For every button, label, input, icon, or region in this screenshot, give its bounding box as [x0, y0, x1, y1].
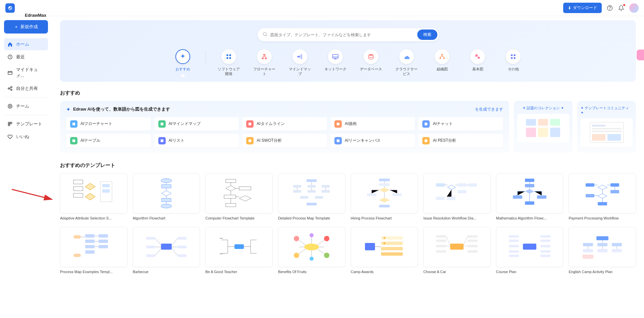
ai-item-5[interactable]: AIテーブル — [66, 134, 151, 147]
svg-point-8 — [8, 104, 12, 108]
svg-rect-40 — [72, 139, 75, 142]
template-card[interactable]: Detailed Process Map Template — [278, 173, 345, 220]
ai-item-3[interactable]: AI描画 — [330, 117, 415, 131]
sidebar-item-recent[interactable]: 最近 — [4, 51, 48, 63]
category-other[interactable]: その他 — [500, 49, 526, 71]
ai-item-label: AI PEST分析 — [433, 138, 456, 143]
ai-item-7[interactable]: AI SWOT分析 — [242, 134, 327, 147]
feedback-tab[interactable] — [637, 50, 644, 60]
template-card[interactable]: Hiring Process Flowchart — [351, 173, 418, 220]
category-network[interactable]: ネットワーク — [323, 49, 348, 71]
ai-generate-link[interactable]: を生成できます — [475, 107, 503, 112]
search-button[interactable]: 検索 — [417, 29, 437, 40]
template-name: Course Plan — [496, 270, 564, 274]
category-mindmap[interactable]: マインドマップ — [287, 49, 313, 76]
svg-rect-48 — [526, 128, 536, 137]
svg-rect-145 — [509, 235, 519, 238]
svg-rect-107 — [85, 250, 95, 254]
template-thumb — [351, 173, 418, 213]
template-card[interactable]: Computer Flowchart Template — [205, 173, 273, 220]
ai-item-1[interactable]: AIマインドマップ — [154, 117, 239, 131]
svg-rect-68 — [239, 187, 251, 190]
ai-item-icon — [158, 137, 166, 144]
svg-rect-77 — [322, 190, 330, 193]
ai-item-6[interactable]: AIリスト — [154, 134, 239, 147]
category-database[interactable]: データベース — [358, 49, 384, 71]
svg-rect-73 — [308, 185, 316, 188]
ai-item-label: AIリーンキャンバス — [345, 138, 381, 143]
sidebar-item-likes[interactable]: いいね — [4, 131, 48, 143]
sidebar-item-home[interactable]: ホーム — [4, 38, 48, 50]
svg-rect-95 — [537, 195, 546, 199]
community-card[interactable]: ✦ テンプレートコミュニティ ✦ — [577, 101, 636, 153]
sparkle-icon: ✦ — [66, 106, 70, 113]
svg-rect-112 — [146, 237, 155, 240]
category-org[interactable]: 組織図 — [429, 49, 455, 71]
template-card[interactable]: Mathematics Algorithm Flowc... — [496, 173, 564, 220]
ai-item-0[interactable]: AIフローチャート — [66, 117, 151, 131]
bell-icon[interactable] — [618, 5, 625, 11]
svg-rect-61 — [102, 184, 110, 187]
svg-rect-58 — [73, 187, 83, 191]
search-input[interactable] — [270, 33, 417, 37]
svg-rect-38 — [337, 123, 339, 125]
sidebar-item-shared[interactable]: 自分と共有 — [4, 82, 48, 94]
svg-rect-135 — [450, 244, 464, 250]
template-card[interactable]: Choose A Car — [423, 227, 491, 274]
svg-rect-76 — [308, 190, 316, 193]
svg-point-66 — [161, 204, 172, 208]
template-card[interactable]: texttextBe A Good Teacher — [205, 227, 273, 274]
template-thumb — [133, 227, 200, 267]
user-avatar[interactable] — [629, 3, 639, 13]
template-card[interactable]: Payment Processing Workflow — [569, 173, 636, 220]
svg-rect-79 — [315, 196, 323, 199]
svg-rect-9 — [8, 122, 10, 124]
logo[interactable]: ⎋ Wondershare EdrawMax — [5, 0, 54, 26]
section-title-templates: おすすめのテンプレート — [60, 162, 636, 169]
download-button[interactable]: ⬇ ダウンロード — [563, 3, 602, 13]
svg-rect-16 — [229, 57, 231, 59]
template-card[interactable]: Benefits Of Fruits — [278, 227, 345, 274]
svg-point-22 — [301, 56, 302, 57]
svg-rect-157 — [597, 243, 607, 246]
help-icon[interactable] — [606, 5, 613, 11]
category-software[interactable]: ソフトウェア開発 — [216, 49, 241, 76]
category-cloud[interactable]: クラウドサービス — [394, 49, 419, 76]
svg-rect-3 — [8, 71, 12, 74]
ai-item-label: AIフローチャート — [80, 121, 112, 127]
collection-card[interactable]: ✦ 話題のコレクション ✦ — [514, 101, 573, 153]
sidebar-item-team[interactable]: チーム — [4, 100, 48, 112]
template-card[interactable]: Barbecue — [133, 227, 200, 274]
ai-item-2[interactable]: AIタイムライン — [242, 117, 327, 131]
template-card[interactable]: Issue Resolution Workflow Dia... — [423, 173, 491, 220]
template-name: Barbecue — [133, 270, 200, 274]
svg-rect-85 — [379, 205, 390, 207]
template-thumb — [423, 173, 491, 213]
category-basic[interactable]: 基本図 — [465, 49, 490, 71]
svg-rect-140 — [468, 235, 478, 238]
template-card[interactable]: Process Map Examples Templ... — [60, 227, 127, 274]
ai-item-icon — [70, 137, 77, 144]
ai-item-8[interactable]: AIリーンキャンバス — [330, 134, 415, 147]
sparkle-icon: ✦ — [561, 106, 564, 110]
template-name: Adaptive Attribute Selection S... — [60, 216, 127, 220]
category-flowchart[interactable]: フローチャート — [252, 49, 277, 76]
ai-item-9[interactable]: AI PEST分析 — [418, 134, 503, 147]
category-recommended[interactable]: おすすめ — [170, 49, 196, 71]
template-card[interactable]: English Camp Activity Plan — [569, 227, 636, 274]
search-box: 検索 — [258, 28, 439, 41]
team-icon — [7, 104, 13, 109]
template-card[interactable]: Camp Awards — [351, 227, 418, 274]
sidebar-item-templates[interactable]: テンプレート — [4, 118, 48, 130]
template-thumb — [496, 227, 564, 267]
clock-icon — [7, 54, 13, 60]
svg-rect-113 — [146, 246, 155, 248]
sidebar-item-documents[interactable]: マイドキュメ... — [4, 64, 48, 82]
ai-item-4[interactable]: AIチャット — [418, 117, 503, 131]
template-card[interactable]: Adaptive Attribute Selection S... — [60, 173, 127, 220]
svg-text:text: text — [220, 237, 223, 239]
template-card[interactable]: Algorithm Flowchart — [133, 173, 200, 220]
ai-item-label: AIタイムライン — [257, 121, 284, 127]
svg-rect-47 — [550, 119, 560, 126]
template-card[interactable]: Course Plan — [496, 227, 564, 274]
